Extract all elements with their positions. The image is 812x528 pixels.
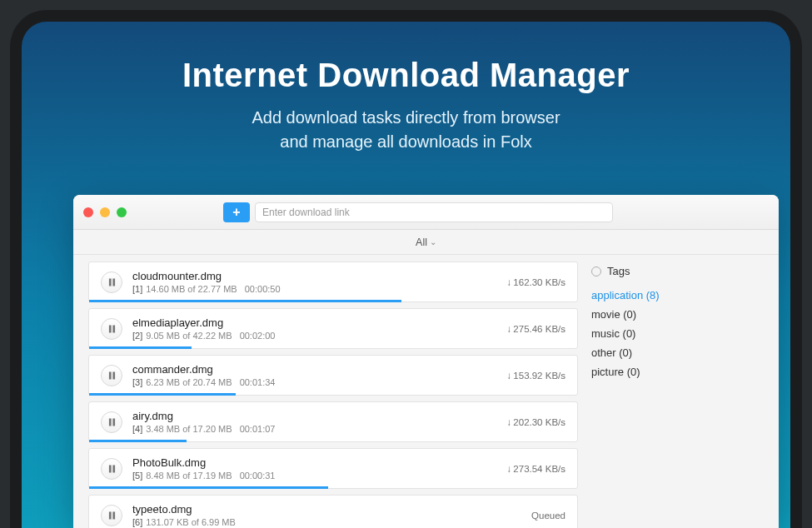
svg-rect-1 <box>112 278 115 286</box>
minimize-button[interactable] <box>100 207 110 217</box>
download-speed: ↓153.92 KB/s <box>507 371 565 381</box>
pause-button[interactable] <box>101 505 122 526</box>
download-size: 3.48 MB of 17.20 MB <box>146 424 232 434</box>
download-time: 00:01:07 <box>237 424 276 434</box>
chevron-down-icon: ⌄ <box>430 237 436 247</box>
hero-subtitle-line1: Add download tasks directly from browser <box>252 108 560 127</box>
download-time: 00:01:34 <box>237 377 276 387</box>
download-info: PhotoBulk.dmg[5]8.48 MB of 17.19 MB 00:0… <box>132 456 499 481</box>
download-speed: ↓202.30 KB/s <box>507 417 565 427</box>
tag-item[interactable]: application (8) <box>591 286 764 305</box>
download-size: 8.48 MB of 17.19 MB <box>146 471 232 481</box>
pause-icon <box>108 278 116 286</box>
download-link-input[interactable] <box>255 202 613 222</box>
progress-bar <box>89 440 187 442</box>
download-row[interactable]: commander.dmg[3]6.23 MB of 20.74 MB 00:0… <box>88 355 578 396</box>
svg-rect-5 <box>112 371 115 379</box>
download-filename: PhotoBulk.dmg <box>132 456 499 469</box>
download-size: 131.07 KB of 6.99 MB <box>146 517 236 527</box>
download-index: [6] <box>132 517 142 527</box>
downloads-list: cloudmounter.dmg[1]14.60 MB of 22.77 MB … <box>73 255 588 528</box>
progress-bar <box>89 393 236 396</box>
download-arrow-icon: ↓ <box>507 324 512 334</box>
pause-icon <box>108 511 116 520</box>
download-index: [3] <box>132 377 142 387</box>
download-row[interactable]: cloudmounter.dmg[1]14.60 MB of 22.77 MB … <box>88 262 578 302</box>
download-row[interactable]: airy.dmg[4]3.48 MB of 17.20 MB 00:01:07↓… <box>88 401 578 442</box>
download-speed-value: 153.92 KB/s <box>513 371 565 381</box>
download-index: [4] <box>132 424 142 434</box>
download-size: 14.60 MB of 22.77 MB <box>146 284 237 294</box>
progress-bar <box>89 486 328 489</box>
svg-rect-6 <box>108 418 111 426</box>
download-info: cloudmounter.dmg[1]14.60 MB of 22.77 MB … <box>132 270 499 294</box>
zoom-button[interactable] <box>117 207 127 217</box>
download-status: Queued <box>531 511 565 521</box>
hero: Internet Download Manager Add download t… <box>22 22 790 154</box>
hero-title: Internet Download Manager <box>22 57 790 94</box>
download-info: typeeto.dmg[6]131.07 KB of 6.99 MB <box>132 503 523 527</box>
tags-list: application (8)movie (0)music (0)other (… <box>591 286 764 381</box>
download-speed-value: 273.54 KB/s <box>513 464 565 474</box>
download-speed-value: 275.46 KB/s <box>513 324 565 334</box>
download-subline: [1]14.60 MB of 22.77 MB 00:00:50 <box>132 284 499 294</box>
download-row[interactable]: typeeto.dmg[6]131.07 KB of 6.99 MBQueued <box>88 495 578 528</box>
svg-rect-4 <box>108 371 111 379</box>
download-row[interactable]: PhotoBulk.dmg[5]8.48 MB of 17.19 MB 00:0… <box>88 448 578 489</box>
download-size: 9.05 MB of 42.22 MB <box>146 331 232 341</box>
download-arrow-icon: ↓ <box>507 464 512 474</box>
content-area: cloudmounter.dmg[1]14.60 MB of 22.77 MB … <box>73 255 779 528</box>
pause-button[interactable] <box>101 458 122 480</box>
download-index: [2] <box>132 331 142 341</box>
download-subline: [4]3.48 MB of 17.20 MB 00:01:07 <box>132 424 499 434</box>
pause-icon <box>108 325 116 333</box>
download-subline: [6]131.07 KB of 6.99 MB <box>132 517 523 527</box>
download-speed: ↓275.46 KB/s <box>507 324 565 334</box>
svg-rect-10 <box>108 511 111 519</box>
download-filename: cloudmounter.dmg <box>132 270 499 282</box>
download-speed: ↓162.30 KB/s <box>507 277 565 287</box>
download-filename: typeeto.dmg <box>132 503 523 516</box>
download-info: commander.dmg[3]6.23 MB of 20.74 MB 00:0… <box>132 363 499 387</box>
tag-item[interactable]: picture (0) <box>591 362 764 381</box>
download-subline: [5]8.48 MB of 17.19 MB 00:00:31 <box>132 471 499 481</box>
tag-circle-icon <box>591 266 601 276</box>
download-time: 00:00:50 <box>242 284 281 294</box>
download-info: airy.dmg[4]3.48 MB of 17.20 MB 00:01:07 <box>132 410 499 434</box>
download-speed: ↓273.54 KB/s <box>507 464 565 474</box>
add-download-button[interactable]: + <box>223 202 250 222</box>
pause-button[interactable] <box>101 365 122 386</box>
svg-rect-2 <box>108 325 111 332</box>
filter-label: All <box>416 237 427 248</box>
pause-button[interactable] <box>101 411 122 433</box>
progress-bar <box>89 300 401 302</box>
download-filename: airy.dmg <box>132 410 499 422</box>
download-arrow-icon: ↓ <box>507 371 512 381</box>
download-subline: [3]6.23 MB of 20.74 MB 00:01:34 <box>132 377 499 387</box>
download-size: 6.23 MB of 20.74 MB <box>146 377 232 387</box>
download-filename: elmediaplayer.dmg <box>132 316 499 329</box>
download-subline: [2]9.05 MB of 42.22 MB 00:02:00 <box>132 331 499 341</box>
progress-bar <box>89 346 192 349</box>
app-window: + All ⌄ cloudmounter.dmg[1]14.60 MB of 2… <box>73 195 779 528</box>
pause-icon <box>108 371 116 380</box>
toolbar: + <box>73 195 779 230</box>
tag-item[interactable]: music (0) <box>591 324 764 343</box>
tag-item[interactable]: movie (0) <box>591 305 764 324</box>
download-speed-value: 162.30 KB/s <box>513 277 565 287</box>
pause-button[interactable] <box>101 318 122 340</box>
filter-dropdown[interactable]: All ⌄ <box>73 230 779 255</box>
download-arrow-icon: ↓ <box>507 277 512 287</box>
svg-rect-9 <box>112 465 115 472</box>
close-button[interactable] <box>83 207 93 217</box>
download-row[interactable]: elmediaplayer.dmg[2]9.05 MB of 42.22 MB … <box>88 308 578 349</box>
pause-icon <box>108 418 116 426</box>
download-arrow-icon: ↓ <box>507 417 512 427</box>
tags-header-label: Tags <box>607 265 630 277</box>
device-frame: Internet Download Manager Add download t… <box>10 10 802 528</box>
pause-button[interactable] <box>101 271 122 293</box>
window-controls <box>83 207 127 217</box>
tags-header: Tags <box>591 265 764 277</box>
svg-rect-8 <box>108 465 111 472</box>
tag-item[interactable]: other (0) <box>591 343 764 362</box>
